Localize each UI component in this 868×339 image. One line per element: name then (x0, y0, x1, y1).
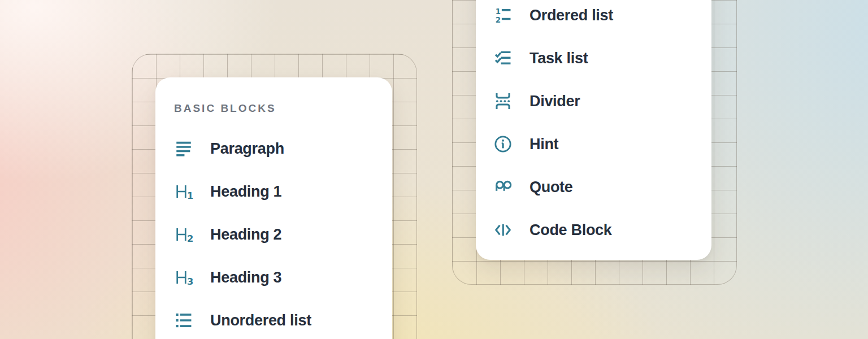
menu-item-task-list[interactable]: Task list (493, 37, 711, 80)
menu-item-hint[interactable]: Hint (493, 123, 711, 166)
menu-item-label: Divider (530, 93, 580, 110)
menu-item-label: Quote (530, 179, 573, 196)
menu-item-label: Task list (530, 50, 588, 67)
insert-blocks-menu: Ordered list Task list Divider Hint Quot… (476, 0, 711, 260)
code-block-icon (493, 220, 513, 240)
menu-item-label: Heading 1 (210, 183, 281, 201)
basic-blocks-item-list: Paragraph Heading 1 Heading 2 Heading 3 … (174, 127, 392, 339)
divider-icon (493, 92, 513, 111)
menu-item-heading-3[interactable]: Heading 3 (174, 256, 392, 299)
menu-item-label: Ordered list (530, 7, 613, 24)
menu-item-label: Hint (530, 136, 558, 153)
task-list-icon (493, 49, 513, 68)
menu-item-heading-1[interactable]: Heading 1 (174, 170, 392, 213)
heading-1-icon (174, 182, 193, 201)
gradient-background: BASIC BLOCKS Paragraph Heading 1 Heading… (0, 0, 868, 339)
quote-icon (493, 177, 513, 197)
menu-item-quote[interactable]: Quote (493, 166, 711, 208)
menu-item-ordered-list[interactable]: Ordered list (493, 0, 711, 37)
menu-item-label: Heading 2 (210, 226, 281, 244)
heading-2-icon (174, 225, 193, 244)
menu-item-label: Code Block (530, 221, 612, 239)
menu-item-paragraph[interactable]: Paragraph (174, 127, 392, 170)
menu-item-heading-2[interactable]: Heading 2 (174, 213, 392, 256)
menu-item-label: Heading 3 (210, 269, 281, 286)
menu-item-label: Unordered list (210, 312, 311, 329)
basic-blocks-menu: BASIC BLOCKS Paragraph Heading 1 Heading… (155, 77, 392, 339)
insert-blocks-item-list: Ordered list Task list Divider Hint Quot… (493, 0, 711, 251)
menu-item-label: Paragraph (210, 140, 284, 158)
menu-item-divider[interactable]: Divider (493, 80, 711, 123)
basic-blocks-section-label: BASIC BLOCKS (174, 102, 392, 115)
menu-item-code-block[interactable]: Code Block (493, 208, 711, 251)
ordered-list-icon (493, 6, 513, 25)
hint-icon (493, 134, 513, 154)
menu-item-unordered-list[interactable]: Unordered list (174, 299, 392, 339)
paragraph-icon (174, 139, 193, 158)
heading-3-icon (174, 268, 193, 287)
unordered-list-icon (174, 311, 193, 330)
